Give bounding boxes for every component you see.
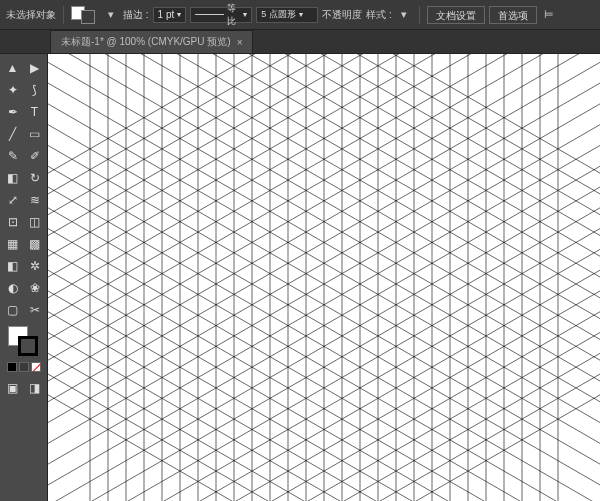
rectangle-tool[interactable]: ▭	[25, 124, 45, 144]
magic-wand-tool[interactable]: ✦	[3, 80, 23, 100]
align-icon[interactable]: ⊨	[541, 7, 557, 23]
document-tab-bar: 未标题-1* @ 100% (CMYK/GPU 预览) ×	[0, 30, 600, 54]
type-tool[interactable]: T	[25, 102, 45, 122]
eyedropper-tool[interactable]: ✲	[25, 256, 45, 276]
shape-builder-tool[interactable]: ◫	[25, 212, 45, 232]
fill-stroke-swatch[interactable]	[71, 6, 99, 24]
opacity-label: 不透明度	[322, 8, 362, 22]
slice-tool[interactable]: ✂	[25, 300, 45, 320]
free-transform-tool[interactable]: ⊡	[3, 212, 23, 232]
gradient-mode-button[interactable]	[19, 362, 29, 372]
gradient-tool[interactable]: ◧	[3, 256, 23, 276]
stroke-profile-dropdown[interactable]: 等比	[190, 7, 252, 23]
style-label: 样式 :	[366, 8, 392, 22]
eraser-tool[interactable]: ◧	[3, 168, 23, 188]
canvas[interactable]	[48, 54, 600, 501]
lasso-tool[interactable]: ⟆	[25, 80, 45, 100]
brush-dropdown[interactable]: 5 点圆形	[256, 7, 318, 23]
artwork-grid	[48, 54, 600, 501]
mesh-tool[interactable]: ▩	[25, 234, 45, 254]
change-screen-button[interactable]: ◨	[25, 378, 45, 398]
document-tab[interactable]: 未标题-1* @ 100% (CMYK/GPU 预览) ×	[50, 30, 253, 53]
artboard-tool[interactable]: ▢	[3, 300, 23, 320]
pen-tool[interactable]: ✒	[3, 102, 23, 122]
symbol-tool[interactable]: ❀	[25, 278, 45, 298]
options-bar: 未选择对象 ▾ 描边 : 1 pt 等比 5 点圆形 不透明度 样式 : ▾ 文…	[0, 0, 600, 30]
doc-settings-button[interactable]: 文档设置	[427, 6, 485, 24]
fill-stroke-control[interactable]	[8, 326, 40, 358]
tools-panel: ▲▶ ✦⟆ ✒T ╱▭ ✎✐ ◧↻ ⤢≋ ⊡◫ ▦▩ ◧✲ ◐❀ ▢✂ ▣◨	[0, 54, 48, 501]
preferences-button[interactable]: 首选项	[489, 6, 537, 24]
document-tab-label: 未标题-1* @ 100% (CMYK/GPU 预览)	[61, 35, 231, 49]
paintbrush-tool[interactable]: ✎	[3, 146, 23, 166]
blend-tool[interactable]: ◐	[3, 278, 23, 298]
swatch-dropdown-icon[interactable]: ▾	[103, 7, 119, 23]
stroke-swatch[interactable]	[18, 336, 38, 356]
selection-status: 未选择对象	[6, 8, 56, 22]
style-dropdown-icon[interactable]: ▾	[396, 7, 412, 23]
stroke-label: 描边 :	[123, 8, 149, 22]
none-mode-button[interactable]	[31, 362, 41, 372]
perspective-tool[interactable]: ▦	[3, 234, 23, 254]
line-tool[interactable]: ╱	[3, 124, 23, 144]
width-tool[interactable]: ≋	[25, 190, 45, 210]
direct-selection-tool[interactable]: ▶	[25, 58, 45, 78]
pencil-tool[interactable]: ✐	[25, 146, 45, 166]
close-tab-icon[interactable]: ×	[237, 37, 243, 48]
screen-mode-button[interactable]: ▣	[3, 378, 23, 398]
selection-tool[interactable]: ▲	[3, 58, 23, 78]
stroke-weight-input[interactable]: 1 pt	[153, 7, 187, 23]
rotate-tool[interactable]: ↻	[25, 168, 45, 188]
scale-tool[interactable]: ⤢	[3, 190, 23, 210]
color-mode-button[interactable]	[7, 362, 17, 372]
